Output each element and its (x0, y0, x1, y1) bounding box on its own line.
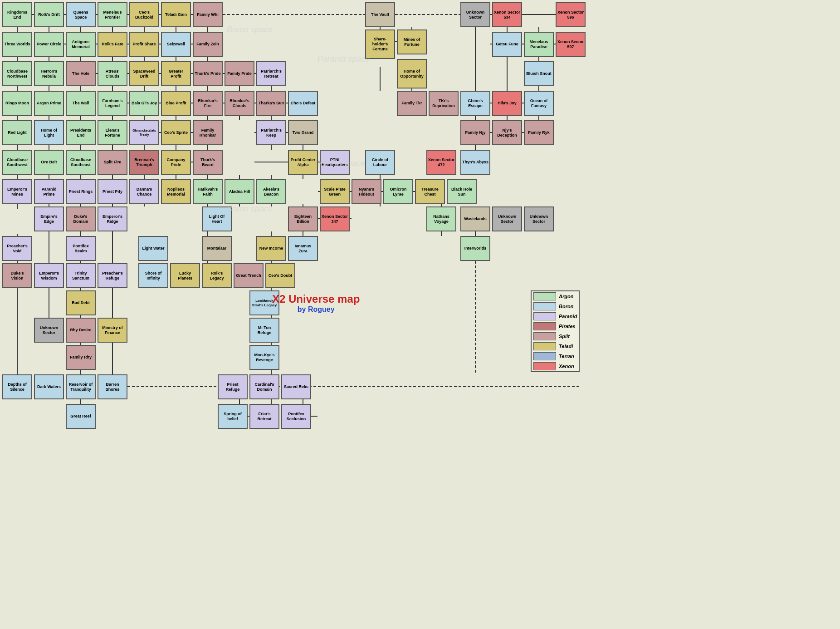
home-of-light[interactable]: Home of Light (34, 120, 64, 145)
ptni-headquarters[interactable]: PTNI Headquarters (320, 150, 350, 175)
depths-of-silence[interactable]: Depths of Silence (2, 374, 32, 399)
dark-waters[interactable]: Dark Waters (34, 374, 64, 399)
elenas-fortune[interactable]: Elena's Fortune (98, 120, 127, 145)
greater-profit[interactable]: Greater Profit (161, 61, 191, 86)
rolks-legacy[interactable]: Rolk's Legacy (202, 263, 232, 288)
queens-space[interactable]: Queens Space (66, 2, 96, 27)
atreus-clouds[interactable]: Atreus' Clouds (98, 61, 127, 86)
wastelands[interactable]: Wastelands (460, 206, 490, 231)
sacred-relic[interactable]: Sacred Relic (281, 374, 311, 399)
nopileos-memorial[interactable]: Nopileos Memorial (161, 179, 191, 204)
lucky-planets[interactable]: Lucky Planets (170, 263, 200, 288)
two-grand[interactable]: Two Grand (288, 120, 318, 145)
argon-prime[interactable]: Argon Prime (34, 91, 64, 116)
xenon-sector-596[interactable]: Xenon Sector 596 (556, 2, 586, 27)
dukes-domain[interactable]: Duke's Domain (66, 206, 96, 231)
preachers-refuge[interactable]: Preacher's Refuge (98, 263, 127, 288)
presidents-end[interactable]: Presidents End (66, 120, 96, 145)
reservoir-of-tranquility[interactable]: Reservoir of Tranquility (66, 374, 96, 399)
pontifex-realm[interactable]: Pontifex Realm (66, 236, 96, 261)
family-pride[interactable]: Family Pride (225, 61, 254, 86)
the-vault[interactable]: The Vault (365, 2, 395, 27)
new-income[interactable]: New Income (256, 236, 286, 261)
olmancketslats-treaty[interactable]: Olmancketslats Treaty (129, 120, 159, 145)
dukes-vision[interactable]: Duke's Vision (2, 263, 32, 288)
chos-defeat[interactable]: Cho's Defeat (288, 91, 318, 116)
paranid-prime[interactable]: Paranid Prime (34, 179, 64, 204)
tkrs-deprivation[interactable]: TKr's Deprivation (429, 91, 459, 116)
trinity-sanctum[interactable]: Trinity Sanctum (66, 263, 96, 288)
ianamus-zura[interactable]: Ianamus Zura (288, 236, 318, 261)
farnhams-legend[interactable]: Farnham's Legend (98, 91, 127, 116)
xenon-sector-347[interactable]: Xenon Sector 347 (320, 206, 350, 231)
the-wall[interactable]: The Wall (66, 91, 96, 116)
unknown-sector-4[interactable]: Unknown Sector (34, 318, 64, 343)
family-njy[interactable]: Family Njy (460, 120, 490, 145)
split-fire[interactable]: Split Fire (98, 150, 127, 175)
herrons-nebula[interactable]: Herron's Nebula (34, 61, 64, 86)
black-hole-sun[interactable]: Black Hole Sun (447, 179, 477, 204)
priest-rings[interactable]: Priest Rings (66, 179, 96, 204)
empires-edge[interactable]: Empire's Edge (34, 206, 64, 231)
xenon-sector-472[interactable]: Xenon Sector 472 (426, 150, 456, 175)
priest-refuge[interactable]: Priest Refuge (218, 374, 248, 399)
preachers-void[interactable]: Preacher's Void (2, 236, 32, 261)
ore-belt[interactable]: Ore Belt (34, 150, 64, 175)
scale-plate-green[interactable]: Scale Plate Green (320, 179, 350, 204)
omicron-lyrae[interactable]: Omicron Lyrae (383, 179, 413, 204)
mi-ton-refuge[interactable]: Mi Ton Refuge (249, 318, 279, 343)
profit-center-alpha[interactable]: Profit Center Alpha (288, 150, 318, 175)
light-water[interactable]: Light Water (138, 236, 168, 261)
ringo-moon[interactable]: Ringo Moon (2, 91, 32, 116)
rolks-drift[interactable]: Rolk's Drift (34, 2, 64, 27)
profit-share[interactable]: Profit Share (129, 32, 159, 57)
family-rhonkar[interactable]: Family Rhonkar (193, 120, 223, 145)
kingdoms-end[interactable]: Kingdoms End (2, 2, 32, 27)
circle-of-labour[interactable]: Circle of Labour (365, 150, 395, 175)
bad-debt[interactable]: Bad Debt (66, 290, 96, 315)
cloudbase-northwest[interactable]: Cloudbase Northwest (2, 61, 32, 86)
friars-retreat[interactable]: Friar's Retreat (249, 404, 279, 429)
aladna-hill[interactable]: Aladna Hill (225, 179, 254, 204)
nyanas-hideout[interactable]: Nyana's Hideout (352, 179, 381, 204)
moo-kyes-revenge[interactable]: Moo-Kye's Revenge (249, 345, 279, 370)
unknown-sector-2[interactable]: Unknown Sector (492, 206, 522, 231)
unknown-sector-3[interactable]: Unknown Sector (524, 206, 554, 231)
rhonkars-fire[interactable]: Rhonkar's Fire (193, 91, 223, 116)
bluish-snout[interactable]: Bluish Snout (524, 61, 554, 86)
home-of-opportunity[interactable]: Home of Opportunity (397, 59, 427, 88)
antigone-memorial[interactable]: Antigone Memorial (66, 32, 96, 57)
nathans-voyage[interactable]: Nathans Voyage (426, 206, 456, 231)
interworlds[interactable]: Interworlds (460, 236, 490, 261)
great-reef[interactable]: Great Reef (66, 404, 96, 429)
teladi-gain[interactable]: Teladi Gain (161, 2, 191, 27)
tharkas-sun[interactable]: Tharka's Sun (256, 91, 286, 116)
pontifex-seclusion[interactable]: Pontifex Seclusion (281, 404, 311, 429)
menelaus-paradise[interactable]: Menelaus Paradise (524, 32, 554, 57)
patriarchs-retreat[interactable]: Patriarch's Retreat (256, 61, 286, 86)
treasure-chest[interactable]: Treasure Chest (415, 179, 445, 204)
seizewell[interactable]: Seizewell (161, 32, 191, 57)
power-circle[interactable]: Power Circle (34, 32, 64, 57)
spaceweed-drift[interactable]: Spaceweed Drift (129, 61, 159, 86)
menelaus-frontier[interactable]: Menelaus Frontier (98, 2, 127, 27)
family-rhy[interactable]: Family Rhy (66, 345, 96, 370)
emperors-ridge[interactable]: Emperor's Ridge (98, 206, 127, 231)
family-tkr[interactable]: Family Tkr (397, 91, 427, 116)
mines-of-fortune[interactable]: Mines of Fortune (397, 29, 427, 54)
dannas-chance[interactable]: Danna's Chance (129, 179, 159, 204)
xenon-sector-597[interactable]: Xenon Sector 597 (556, 32, 586, 57)
bala-gis-joy[interactable]: Bala Gi's Joy (129, 91, 159, 116)
cardinals-domain[interactable]: Cardinal's Domain (249, 374, 279, 399)
rhy-desire[interactable]: Rhy Desire (66, 318, 96, 343)
red-light[interactable]: Red Light (2, 120, 32, 145)
ceos-doubt[interactable]: Ceo's Doubt (265, 263, 295, 288)
unknown-sector-1[interactable]: Unknown Sector (460, 2, 490, 27)
rolks-fate[interactable]: Rolk's Fate (98, 32, 127, 57)
the-hole[interactable]: The Hole (66, 61, 96, 86)
light-of-heart[interactable]: Light Of Heart (202, 206, 232, 231)
brennans-triumph[interactable]: Brennan's Triumph (129, 150, 159, 175)
patriarchs-keep[interactable]: Patriarch's Keep (256, 120, 286, 145)
thurks-pride[interactable]: Thurk's Pride (193, 61, 223, 86)
ceos-buckzoid[interactable]: Ceo's Buckzoid (129, 2, 159, 27)
